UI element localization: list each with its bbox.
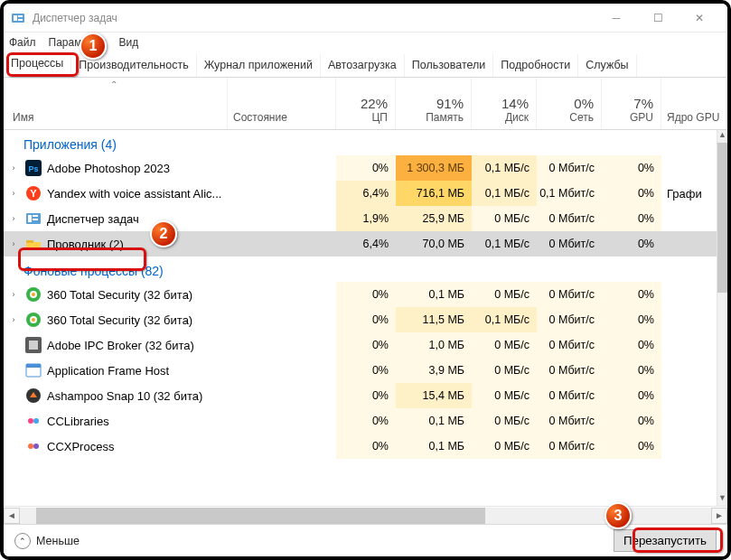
cell-disk: 0 МБ/с — [472, 206, 537, 231]
cell-gpu-core — [661, 408, 717, 434]
process-row[interactable]: ›YYandex with voice assistant Alic...6,4… — [4, 181, 717, 206]
process-row[interactable]: ›Диспетчер задач1,9%25,9 МБ0 МБ/с0 Мбит/… — [4, 206, 717, 231]
hscroll-thumb[interactable] — [36, 508, 485, 524]
cell-disk: 0 МБ/с — [472, 408, 537, 434]
cell-cpu: 0% — [336, 434, 396, 459]
tab-startup[interactable]: Автозагрузка — [321, 54, 405, 77]
process-row[interactable]: Ashampoo Snap 10 (32 бита)0%15,4 МБ0 МБ/… — [4, 383, 717, 408]
col-cpu[interactable]: 22% ЦП — [336, 78, 396, 129]
restart-button[interactable]: Перезапустить — [614, 529, 717, 552]
cell-net: 0 Мбит/с — [537, 307, 602, 332]
process-row[interactable]: ›360 Total Security (32 бита)0%11,5 МБ0,… — [4, 307, 717, 332]
menubar: Файл Параметры Вид — [4, 33, 727, 52]
svg-rect-12 — [26, 240, 33, 243]
expand-chevron-icon[interactable]: › — [7, 163, 20, 173]
process-row[interactable]: ›Проводник (2)6,4%70,0 МБ0,1 МБ/с0 Мбит/… — [4, 231, 717, 257]
cell-disk: 0 МБ/с — [472, 332, 537, 358]
fewer-details-button[interactable]: ⌃ Меньше — [14, 533, 80, 549]
360-icon — [25, 286, 42, 303]
horizontal-scrollbar[interactable]: ◄ ► — [4, 506, 727, 524]
cell-gpu: 0% — [602, 358, 661, 383]
col-state[interactable]: Состояние — [228, 78, 336, 129]
cell-disk: 0 МБ/с — [472, 282, 537, 307]
footer: ⌃ Меньше Перезапустить — [4, 524, 727, 556]
process-name: Adobe Photoshop 2023 — [47, 162, 170, 175]
cell-net: 0 Мбит/с — [537, 231, 602, 257]
expand-chevron-icon[interactable]: › — [7, 189, 20, 198]
expand-chevron-icon[interactable]: › — [7, 239, 20, 248]
tab-services[interactable]: Службы — [578, 54, 636, 77]
tab-users[interactable]: Пользователи — [405, 54, 494, 77]
tab-details[interactable]: Подробности — [493, 54, 578, 77]
col-memory[interactable]: 91% Память — [396, 78, 472, 129]
process-row[interactable]: Application Frame Host0%3,9 МБ0 МБ/с0 Мб… — [4, 358, 717, 383]
col-network[interactable]: 0% Сеть — [537, 78, 602, 129]
cell-gpu-core: Графи — [661, 181, 717, 206]
cell-disk: 0,1 МБ/с — [472, 181, 537, 206]
cell-net: 0 Мбит/с — [537, 358, 602, 383]
col-gpu-core[interactable]: Ядро GPU — [661, 78, 727, 129]
scroll-down-icon[interactable]: ▼ — [717, 493, 727, 506]
chevron-up-icon: ⌃ — [14, 533, 31, 549]
tm-icon — [25, 210, 42, 227]
process-name: Проводник (2) — [47, 238, 124, 251]
svg-rect-10 — [33, 215, 38, 217]
menu-view[interactable]: Вид — [118, 36, 138, 49]
tab-performance[interactable]: Производительность — [71, 54, 196, 77]
vscroll-thumb[interactable] — [717, 143, 727, 293]
cell-gpu-core — [661, 282, 717, 307]
cell-gpu-core — [661, 206, 717, 231]
svg-rect-11 — [33, 219, 38, 220]
cell-gpu: 0% — [602, 332, 661, 358]
process-row[interactable]: ›PsAdobe Photoshop 20230%1 300,3 МБ0,1 М… — [4, 155, 717, 181]
menu-options[interactable]: Параметры — [49, 36, 107, 49]
process-row[interactable]: Adobe IPC Broker (32 бита)0%1,0 МБ0 МБ/с… — [4, 332, 717, 358]
cell-gpu: 0% — [602, 231, 661, 257]
close-button[interactable]: ✕ — [679, 4, 720, 33]
cell-net: 0 Мбит/с — [537, 332, 602, 358]
tab-app-history[interactable]: Журнал приложений — [197, 54, 321, 77]
cell-gpu: 0% — [602, 408, 661, 434]
cell-gpu-core — [661, 231, 717, 257]
cell-disk: 0 МБ/с — [472, 383, 537, 408]
ipc-icon — [25, 337, 42, 353]
cell-cpu: 1,9% — [336, 206, 396, 231]
cell-gpu: 0% — [602, 282, 661, 307]
svg-rect-2 — [18, 15, 23, 17]
svg-point-28 — [28, 443, 33, 449]
cell-cpu: 0% — [336, 383, 396, 408]
menu-file[interactable]: Файл — [9, 36, 36, 49]
cell-mem: 1 300,3 МБ — [396, 155, 472, 181]
scroll-left-icon[interactable]: ◄ — [4, 508, 20, 524]
col-disk[interactable]: 14% Диск — [472, 78, 537, 129]
cell-mem: 1,0 МБ — [396, 332, 472, 358]
scroll-right-icon[interactable]: ► — [711, 508, 727, 524]
expand-chevron-icon[interactable]: › — [7, 214, 20, 223]
cell-cpu: 0% — [336, 282, 396, 307]
hscroll-track[interactable] — [20, 508, 711, 524]
process-name: Yandex with voice assistant Alic... — [47, 187, 221, 201]
process-row[interactable]: ›360 Total Security (32 бита)0%0,1 МБ0 М… — [4, 282, 717, 307]
tabs: Процессы Производительность Журнал прило… — [4, 52, 727, 78]
process-row[interactable]: CCXProcess0%0,1 МБ0 МБ/с0 Мбит/с0% — [4, 434, 717, 459]
expand-chevron-icon[interactable]: › — [7, 315, 20, 324]
process-list: Приложения (4)›PsAdobe Photoshop 20230%1… — [4, 130, 717, 506]
group-background[interactable]: Фоновые процессы (82) — [4, 257, 717, 282]
scroll-up-icon[interactable]: ▲ — [717, 130, 727, 143]
svg-rect-22 — [26, 364, 41, 368]
vertical-scrollbar[interactable]: ▲ ▼ — [717, 130, 727, 506]
cell-gpu: 0% — [602, 206, 661, 231]
group-applications[interactable]: Приложения (4) — [4, 130, 717, 155]
svg-rect-20 — [29, 341, 38, 350]
col-gpu[interactable]: 7% GPU — [602, 78, 661, 129]
minimize-button[interactable]: ─ — [595, 4, 637, 33]
cell-disk: 0 МБ/с — [472, 434, 537, 459]
expand-chevron-icon[interactable]: › — [7, 290, 20, 299]
process-name: Adobe IPC Broker (32 бита) — [47, 339, 194, 352]
folder-icon — [25, 236, 42, 252]
process-name: 360 Total Security (32 бита) — [47, 313, 192, 327]
tab-processes[interactable]: Процессы — [4, 52, 71, 77]
process-row[interactable]: CCLibraries0%0,1 МБ0 МБ/с0 Мбит/с0% — [4, 408, 717, 434]
maximize-button[interactable]: ☐ — [637, 4, 679, 33]
cell-disk: 0,1 МБ/с — [472, 231, 537, 257]
